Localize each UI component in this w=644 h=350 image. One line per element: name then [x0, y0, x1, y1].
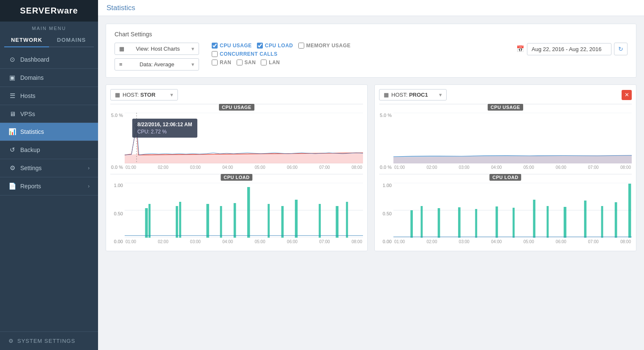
host-proc1-close-button[interactable]: ✕ — [622, 90, 632, 100]
proc1-cpu-usage-chart: CPU USAGE 5.0 % 0.0 % — [379, 104, 632, 170]
cb-cpu-usage[interactable]: CPU USAGE — [212, 43, 252, 49]
cb-san[interactable]: SAN — [237, 60, 256, 65]
sidebar-item-domains[interactable]: ▣ Domains — [0, 69, 98, 87]
host-proc1-icon: ▦ — [384, 92, 389, 98]
cb-row-1: CPU USAGE CPU LOAD MEMORY USAGE — [212, 43, 351, 49]
svg-rect-9 — [176, 206, 178, 238]
svg-rect-37 — [601, 206, 603, 238]
proc1-cpu-load-chart: CPU LOAD 1.00 0.50 0.00 — [379, 174, 632, 244]
host-proc1-select[interactable]: ▦ HOST: PROC1 ▾ — [379, 89, 447, 100]
svg-rect-34 — [547, 206, 549, 238]
stor-load-x3: 03:00 — [190, 239, 201, 244]
sidebar-item-statistics[interactable]: 📊 Statistics — [0, 123, 98, 141]
stor-load-x1: 01:00 — [126, 239, 136, 244]
stor-load-x7: 07:00 — [319, 239, 330, 244]
sidebar-bottom: ⚙ SYSTEM SETTINGS — [0, 331, 98, 350]
top-bar: Statistics — [98, 0, 644, 16]
svg-rect-14 — [247, 187, 250, 238]
settings-chevron: › — [88, 165, 90, 171]
sidebar-item-reports[interactable]: 📄 Reports › — [0, 177, 98, 195]
svg-rect-36 — [584, 201, 587, 238]
cb-concurrent-calls-input[interactable] — [212, 51, 218, 57]
cb-row-3: RAN SAN LAN — [212, 60, 351, 65]
svg-rect-10 — [179, 202, 181, 238]
svg-rect-33 — [533, 200, 535, 238]
stor-load-y-min: 0.00 — [110, 239, 123, 244]
svg-rect-17 — [295, 200, 297, 238]
proc1-x5: 05:00 — [524, 165, 534, 170]
svg-rect-26 — [410, 210, 413, 238]
svg-rect-7 — [145, 208, 147, 238]
host-proc1-header: ▦ HOST: PROC1 ▾ ✕ — [379, 89, 632, 100]
cb-cpu-usage-input[interactable] — [212, 43, 218, 49]
svg-rect-15 — [267, 204, 270, 238]
stor-load-x2: 02:00 — [158, 239, 168, 244]
cb-san-input[interactable] — [237, 60, 243, 65]
tab-domains[interactable]: DOMAINS — [49, 33, 94, 46]
proc1-load-x1: 01:00 — [394, 239, 405, 244]
svg-rect-20 — [346, 202, 348, 238]
proc1-x8: 08:00 — [620, 165, 631, 170]
cb-lan-input[interactable] — [261, 60, 267, 65]
reports-icon: 📄 — [8, 182, 16, 190]
proc1-load-x6: 06:00 — [556, 239, 566, 244]
svg-rect-29 — [458, 207, 461, 238]
stor-cpu-usage-label: CPU USAGE — [219, 104, 254, 111]
cb-memory-usage-input[interactable] — [298, 43, 304, 49]
cb-ran[interactable]: RAN — [212, 60, 232, 65]
sidebar-item-dashboard[interactable]: ⊙ Dashboard — [0, 51, 98, 69]
calendar-icon: 📅 — [516, 45, 524, 53]
main-content: Statistics Chart Settings ▦ View: Host C… — [98, 0, 644, 350]
proc1-cpu-usage-label: CPU USAGE — [488, 104, 523, 111]
sidebar-item-settings[interactable]: ⚙ Settings › — [0, 159, 98, 177]
refresh-button[interactable]: ↻ — [614, 43, 628, 55]
select-group: ▦ View: Host Charts ▾ ≡ Data: Average ▾ — [115, 43, 199, 71]
cb-concurrent-calls[interactable]: CONCURRENT CALLS — [212, 51, 278, 57]
proc1-x1: 01:00 — [394, 165, 405, 170]
gear-icon: ⚙ — [8, 338, 14, 344]
host-panel-stor: ▦ HOST: STOR ▾ CPU USAGE 5.0 % 0.0 % — [106, 84, 368, 251]
data-caret: ▾ — [191, 61, 194, 68]
stor-cpu-svg — [125, 113, 363, 163]
stor-x4: 04:00 — [222, 165, 233, 170]
reports-chevron: › — [88, 183, 90, 189]
tab-network[interactable]: NETWORK — [4, 33, 49, 47]
cb-ran-label: RAN — [220, 60, 232, 65]
proc1-load-x8: 08:00 — [620, 239, 631, 244]
sidebar: SERVERware MAIN MENU NETWORK DOMAINS ⊙ D… — [0, 0, 98, 350]
chart-settings-panel: Chart Settings ▦ View: Host Charts ▾ ≡ D… — [106, 24, 636, 78]
date-range-input[interactable] — [527, 43, 611, 55]
dashboard-icon: ⊙ — [8, 56, 16, 63]
proc1-cpu-svg — [393, 113, 632, 163]
sidebar-tabs: NETWORK DOMAINS — [4, 33, 94, 47]
cb-memory-usage[interactable]: MEMORY USAGE — [298, 43, 351, 49]
svg-rect-39 — [628, 184, 631, 238]
backup-icon: ↺ — [8, 146, 16, 154]
view-label: View: Host Charts — [136, 46, 180, 52]
stor-load-x8: 08:00 — [352, 239, 362, 244]
sidebar-item-vpss[interactable]: 🖥 VPSs — [0, 105, 98, 123]
cb-memory-usage-label: MEMORY USAGE — [306, 43, 351, 49]
host-stor-select[interactable]: ▦ HOST: STOR ▾ — [110, 89, 178, 100]
charts-row: ▦ HOST: STOR ▾ CPU USAGE 5.0 % 0.0 % — [106, 84, 636, 251]
data-icon: ≡ — [119, 61, 123, 68]
stor-load-svg — [125, 183, 363, 238]
view-select[interactable]: ▦ View: Host Charts ▾ — [115, 43, 199, 55]
sidebar-label-dashboard: Dashboard — [20, 56, 90, 63]
cb-lan[interactable]: LAN — [261, 60, 280, 65]
cb-cpu-load-input[interactable] — [257, 43, 263, 49]
settings-icon: ⚙ — [8, 164, 16, 172]
date-group: 📅 ↻ — [516, 43, 628, 55]
cb-cpu-load[interactable]: CPU LOAD — [257, 43, 293, 49]
stor-x6: 06:00 — [287, 165, 297, 170]
sidebar-item-hosts[interactable]: ☰ Hosts — [0, 87, 98, 105]
system-settings-button[interactable]: ⚙ SYSTEM SETTINGS — [0, 332, 98, 350]
cb-ran-input[interactable] — [212, 60, 218, 65]
proc1-load-svg — [393, 183, 632, 238]
stor-x8: 08:00 — [352, 165, 362, 170]
sidebar-item-backup[interactable]: ↺ Backup — [0, 141, 98, 159]
chart-settings-body: ▦ View: Host Charts ▾ ≡ Data: Average ▾ — [115, 43, 628, 71]
data-select[interactable]: ≡ Data: Average ▾ — [115, 58, 199, 71]
proc1-x3: 03:00 — [459, 165, 469, 170]
svg-rect-30 — [475, 209, 477, 238]
